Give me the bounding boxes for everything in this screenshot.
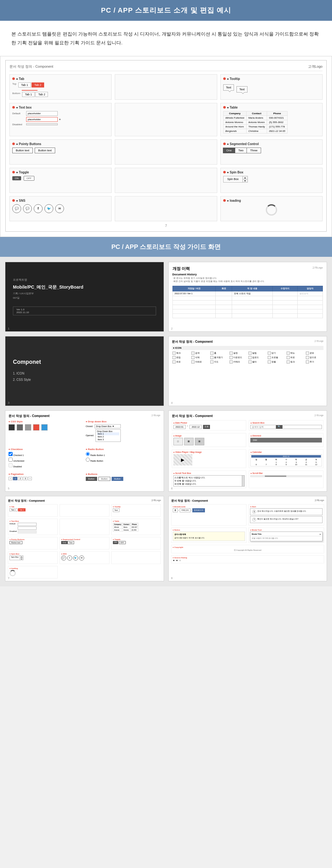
- mc-tb-1[interactable]: [18, 523, 36, 526]
- page-1[interactable]: 1: [13, 477, 17, 480]
- search-input-mini[interactable]: [251, 425, 276, 429]
- modal-close[interactable]: ✕: [320, 533, 321, 535]
- dropdown-open[interactable]: Drop Down Box Item 1 Item 2 Item 3: [95, 429, 121, 442]
- dh-row-empty: [172, 296, 323, 300]
- guide-page-3: Componet 1. ICON 2. CSS Style 3: [5, 336, 164, 406]
- bc-item-3[interactable]: 현재페이지: [192, 508, 205, 513]
- date-picker-label: ● Date Picker: [173, 422, 245, 424]
- page-3[interactable]: 3: [23, 477, 27, 480]
- page-2[interactable]: 2: [18, 477, 22, 480]
- mc-seg-1[interactable]: One: [61, 541, 68, 544]
- spin-down-button[interactable]: ▼: [243, 179, 248, 182]
- page-prev[interactable]: ‹: [8, 477, 12, 480]
- mc-tab-2[interactable]: Tab 1: [18, 508, 26, 512]
- seg-item-3[interactable]: Three: [247, 148, 261, 153]
- btn-demo-1[interactable]: Button text: [12, 148, 33, 153]
- section2-header: PC / APP 스토리보드 작성 가이드 화면: [0, 237, 332, 257]
- tb-active-input[interactable]: placeholder: [26, 117, 58, 122]
- mc-sns-4[interactable]: ✉: [79, 556, 84, 560]
- sns-icon-twitter[interactable]: 🐦: [45, 204, 53, 213]
- star-1[interactable]: ★: [173, 559, 175, 562]
- image-label: ● Image: [173, 435, 245, 437]
- tab-item-2[interactable]: Tab 2: [31, 83, 44, 88]
- tab-item-1[interactable]: Tab 1: [18, 83, 31, 88]
- mc-spin-up[interactable]: ▲: [20, 556, 23, 558]
- dh-col-modifier: 수정자이: [272, 286, 298, 291]
- checkbox-unchecked[interactable]: [8, 458, 12, 462]
- mc-sns: ● SNS 💬 f 🐦 ✉: [60, 551, 109, 564]
- star-empty[interactable]: ☆: [179, 559, 181, 562]
- tb-default-input[interactable]: placeholder: [26, 111, 58, 116]
- mc-tb-2[interactable]: [18, 527, 36, 530]
- tab-bottom-2[interactable]: Tab 2: [35, 92, 48, 97]
- mc-seg-2[interactable]: Two: [67, 541, 74, 544]
- notice-box: 공지사항 제목 공지사항 내용이 여기에 표시됩니다.: [173, 532, 245, 541]
- video-player-label: ● Video Player / Map Image: [173, 451, 245, 453]
- seg-item-1[interactable]: One: [223, 148, 235, 153]
- table-header-company: Company: [223, 111, 246, 116]
- ci-item: 검색: [191, 351, 209, 355]
- sns-icon-mail[interactable]: ✉: [55, 204, 64, 213]
- spinbox-demo: Spin Box ▲ ▼: [223, 176, 248, 183]
- tb-add-icon[interactable]: +: [59, 118, 61, 121]
- mc-sns-1[interactable]: 💬: [61, 556, 66, 560]
- bc-item-1[interactable]: 홈: [173, 508, 178, 513]
- mc-loading-label: ● loading: [9, 567, 56, 569]
- sns-icon-facebook[interactable]: f: [34, 204, 43, 213]
- page-5-num: 5: [8, 487, 9, 490]
- date-search-btn[interactable]: 조회: [203, 425, 210, 429]
- guide-page-6: 문서 작성 정의 - Component 고객Logo ● Date Picke…: [168, 410, 327, 492]
- btn-blue[interactable]: Button: [112, 477, 123, 481]
- loading-red-dot: [223, 199, 226, 202]
- alert-box-question: ? 확인이 필요한 메시지입니다. 계속하시겠습니까?: [250, 516, 323, 523]
- spin-up-button[interactable]: ▲: [243, 176, 248, 179]
- cd-grid: ● Date Picker 2022.01 ~ 2022.12 조회 ● Sea…: [172, 420, 324, 488]
- search-btn-mini[interactable]: 🔍: [276, 425, 282, 429]
- radio-unchecked[interactable]: [86, 458, 90, 462]
- btn-dark[interactable]: Button: [86, 477, 97, 481]
- mc-sns-3[interactable]: 🐦: [73, 556, 78, 560]
- mc-btn-1[interactable]: Button text: [9, 541, 22, 544]
- mc-tb-3: [18, 530, 36, 533]
- mini-comp-content: 문서 작성 정의 - Component 고객Logo ● Tab Tab 1 …: [5, 496, 164, 581]
- bc-item-2[interactable]: 카테고리: [180, 508, 190, 513]
- page-next[interactable]: ›: [28, 477, 32, 480]
- textbox-label: ● Text box: [16, 106, 31, 109]
- css-page-title: 문서 작성 정의 - Component: [8, 414, 50, 418]
- radio-checked[interactable]: [86, 452, 90, 456]
- radio-label: ● Radio Button: [86, 448, 161, 451]
- checkbox-checked[interactable]: [8, 452, 12, 456]
- mc-sns-2[interactable]: f: [67, 556, 72, 560]
- btn-outline[interactable]: Button: [99, 477, 110, 481]
- seg-item-2[interactable]: Two: [235, 148, 247, 153]
- ci-item: 즐겨찾기: [210, 355, 228, 360]
- sns-icon-2[interactable]: 💬: [23, 204, 32, 213]
- btn-demo-2[interactable]: Button text: [35, 148, 55, 153]
- toggle-off[interactable]: OFF: [24, 176, 34, 181]
- spinbox-red-dot: [223, 171, 226, 174]
- toggle-on[interactable]: ON: [12, 176, 21, 180]
- modal-label: ● Modal Tool: [250, 529, 323, 531]
- cd-page-title: 문서 작성 정의 - Component: [172, 414, 213, 418]
- table-component-cell: ● Table Company Contact Phone: [220, 103, 323, 136]
- star-2[interactable]: ★: [176, 559, 178, 562]
- buttons-demo: Button text Button text: [12, 148, 109, 153]
- mc-tab-1[interactable]: Tab 1: [9, 508, 17, 512]
- sns-icon-1[interactable]: 💬: [12, 204, 21, 213]
- breadcrumb-label: ● Breadcrumb: [173, 506, 245, 508]
- toggle-demo: ON OFF: [12, 176, 109, 181]
- mc-toggle-off[interactable]: OFF: [119, 541, 126, 544]
- date-to[interactable]: 2022.12: [190, 425, 202, 429]
- version-box: Ver 1.0 2022.11.10: [13, 307, 156, 315]
- date-from[interactable]: 2022.01: [173, 425, 186, 429]
- mc-toggle-on[interactable]: ON: [113, 541, 118, 544]
- tab-bottom-1[interactable]: Tab 1: [22, 92, 35, 97]
- tab-label: ● Tab: [16, 77, 24, 81]
- mc-spin-down[interactable]: ▼: [20, 558, 23, 560]
- table-row: Alfreds FutterkistMaria Anders030-007432…: [223, 116, 287, 120]
- mc-toggle: ● Toggle ON OFF: [111, 537, 161, 550]
- copyright-label: ● Copyright: [173, 546, 323, 548]
- source-rating-label: ● Source Rating: [173, 557, 323, 559]
- dropdown-closed[interactable]: Drop Down Box ▼: [94, 424, 121, 428]
- segmented-red-dot: [223, 143, 226, 145]
